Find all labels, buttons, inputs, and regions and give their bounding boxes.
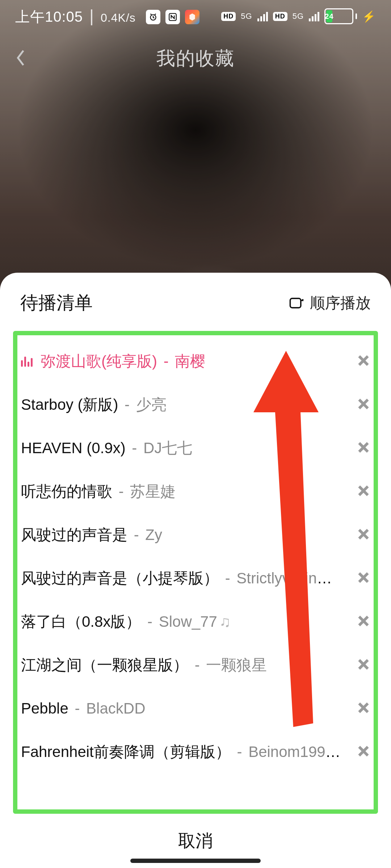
- song-artist: Beinom1997&Mu…: [248, 743, 344, 760]
- hd-badge-2: HD: [273, 12, 287, 21]
- playlist-row[interactable]: 听悲伤的情歌 - 苏星婕: [21, 470, 370, 513]
- remove-song-button[interactable]: [357, 658, 370, 672]
- close-icon: [357, 571, 370, 584]
- song-title: 听悲伤的情歌: [21, 483, 112, 500]
- playlist-row[interactable]: 落了白（0.8x版） - Slow_77♫: [21, 600, 370, 643]
- sheet-title: 待播清单: [20, 291, 93, 315]
- title-artist-separator: -: [120, 396, 134, 413]
- chevron-left-icon: [15, 49, 26, 67]
- charging-icon: ⚡: [362, 10, 376, 23]
- page-title: 我的收藏: [156, 46, 235, 71]
- remove-song-button[interactable]: [357, 441, 370, 455]
- status-right: HD 5G HD 5G 24 ⚡: [221, 8, 376, 24]
- song-artist: BlackDD: [86, 700, 145, 717]
- play-mode-label: 顺序播放: [310, 293, 371, 313]
- status-separator: |: [89, 6, 94, 26]
- title-artist-separator: -: [190, 656, 204, 673]
- nav-bar: 我的收藏: [0, 41, 391, 77]
- title-artist-separator: -: [128, 439, 141, 456]
- close-icon: [357, 484, 370, 497]
- alarm-icon: [146, 10, 160, 24]
- close-icon: [357, 658, 370, 671]
- song-artist: 一颗狼星: [206, 656, 267, 673]
- title-artist-separator: -: [159, 353, 173, 370]
- playlist-row[interactable]: Starboy (新版) - 少亮: [21, 383, 370, 426]
- title-artist-separator: -: [130, 526, 143, 543]
- close-icon: [357, 701, 370, 714]
- title-artist-separator: -: [221, 570, 234, 587]
- song-title: 弥渡山歌(纯享版): [41, 353, 157, 370]
- playlist-row[interactable]: Pebble - BlackDD: [21, 687, 370, 730]
- gesture-bar: [130, 859, 261, 863]
- nfc-icon: [165, 10, 180, 24]
- title-artist-separator: -: [143, 613, 156, 630]
- status-net-speed: 0.4K/s: [101, 11, 136, 25]
- title-artist-separator: -: [114, 483, 128, 500]
- playlist-area: 弥渡山歌(纯享版) - 南樱Starboy (新版) - 少亮HEAVEN (0…: [13, 331, 378, 814]
- song-title: 风驶过的声音是: [21, 526, 127, 543]
- remove-song-button[interactable]: [357, 701, 370, 716]
- remove-song-button[interactable]: [357, 484, 370, 499]
- close-icon: [357, 614, 370, 627]
- title-artist-separator: -: [233, 743, 246, 760]
- sheet-header: 待播清单 顺序播放: [0, 273, 391, 326]
- play-mode-button[interactable]: 顺序播放: [288, 293, 371, 313]
- app-store-icon: [185, 10, 199, 24]
- playlist-row-text: 听悲伤的情歌 - 苏星婕: [21, 481, 344, 502]
- playlist-list[interactable]: 弥渡山歌(纯享版) - 南樱Starboy (新版) - 少亮HEAVEN (0…: [13, 331, 378, 814]
- remove-song-button[interactable]: [357, 354, 370, 369]
- remove-song-button[interactable]: [357, 614, 370, 629]
- playlist-row[interactable]: 江湖之间（一颗狼星版） - 一颗狼星: [21, 643, 370, 687]
- playlist-row-text: 弥渡山歌(纯享版) - 南樱: [41, 351, 344, 371]
- song-artist: Zy: [145, 526, 162, 543]
- battery-indicator: 24: [324, 8, 357, 24]
- playlist-sheet: 待播清单 顺序播放 弥渡山歌(纯享版) - 南樱Starboy (新版) - 少…: [0, 273, 391, 868]
- back-button[interactable]: [15, 49, 26, 68]
- playlist-row[interactable]: Fahrenheit前奏降调（剪辑版） - Beinom1997&Mu…: [21, 730, 370, 774]
- playlist-row-text: HEAVEN (0.9x) - DJ七七: [21, 438, 344, 458]
- playlist-row-text: Starboy (新版) - 少亮: [21, 395, 344, 415]
- song-title: Fahrenheit前奏降调（剪辑版）: [21, 743, 231, 760]
- playlist-row-text: Pebble - BlackDD: [21, 700, 344, 717]
- status-time: 上午10:05: [15, 7, 83, 27]
- song-title: 江湖之间（一颗狼星版）: [21, 656, 188, 673]
- now-playing-icon: [21, 356, 33, 367]
- remove-song-button[interactable]: [357, 571, 370, 586]
- song-title: HEAVEN (0.9x): [21, 439, 126, 456]
- title-artist-separator: -: [71, 700, 84, 717]
- close-icon: [357, 528, 370, 541]
- hd-badge-1: HD: [221, 12, 236, 21]
- signal-bars-1-icon: [257, 11, 268, 21]
- signal-bars-2-icon: [309, 11, 319, 21]
- playlist-row-text: 风驶过的声音是 - Zy: [21, 525, 344, 545]
- status-left: 上午10:05 | 0.4K/s: [15, 6, 199, 27]
- network-type-2: 5G: [293, 12, 304, 21]
- song-title: 风驶过的声音是（小提琴版）: [21, 570, 219, 587]
- remove-song-button[interactable]: [357, 397, 370, 412]
- playlist-row-text: 落了白（0.8x版） - Slow_77♫: [21, 612, 344, 632]
- close-icon: [357, 397, 370, 410]
- close-icon: [357, 354, 370, 367]
- svg-rect-2: [290, 298, 301, 308]
- close-icon: [357, 441, 370, 454]
- playlist-row-text: 风驶过的声音是（小提琴版） - Strictlyviolin荀博…: [21, 568, 344, 588]
- screen: 上午10:05 | 0.4K/s HD 5G HD 5G 24 ⚡: [0, 0, 391, 868]
- close-icon: [357, 745, 370, 758]
- playlist-row-text: Fahrenheit前奏降调（剪辑版） - Beinom1997&Mu…: [21, 742, 344, 762]
- song-artist: Slow_77: [159, 613, 217, 630]
- status-bar: 上午10:05 | 0.4K/s HD 5G HD 5G 24 ⚡: [0, 0, 391, 33]
- song-title: 落了白（0.8x版）: [21, 613, 141, 630]
- playlist-row[interactable]: HEAVEN (0.9x) - DJ七七: [21, 426, 370, 470]
- song-artist: 少亮: [136, 396, 167, 413]
- network-type-1: 5G: [241, 12, 252, 21]
- playlist-row[interactable]: 风驶过的声音是 - Zy: [21, 513, 370, 557]
- remove-song-button[interactable]: [357, 528, 370, 542]
- playlist-row[interactable]: 弥渡山歌(纯享版) - 南樱: [21, 340, 370, 383]
- playlist-row[interactable]: 风驶过的声音是（小提琴版） - Strictlyviolin荀博…: [21, 557, 370, 600]
- playlist-row-text: 江湖之间（一颗狼星版） - 一颗狼星: [21, 655, 344, 675]
- song-artist: 南樱: [175, 353, 205, 370]
- song-artist: Strictlyviolin荀博…: [236, 570, 344, 587]
- battery-percent: 24: [326, 10, 332, 22]
- music-note-icon: ♫: [219, 613, 231, 630]
- remove-song-button[interactable]: [357, 745, 370, 759]
